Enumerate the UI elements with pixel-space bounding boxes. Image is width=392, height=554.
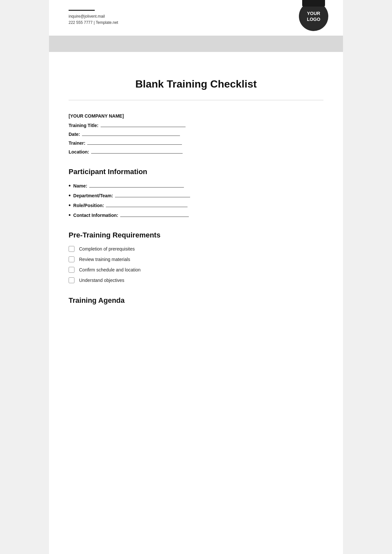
location-field: Location: <box>69 149 323 155</box>
company-name: [YOUR COMPANY NAME] <box>69 113 323 119</box>
checklist-label-1: Completion of prerequisites <box>79 246 135 252</box>
participant-section: Participant Information • Name: • Depart… <box>69 168 323 218</box>
date-underline <box>82 131 180 136</box>
main-title: Blank Training Checklist <box>69 78 323 90</box>
date-label: Date: <box>69 132 80 137</box>
logo-container: YOURLOGO <box>297 0 330 36</box>
date-field: Date: <box>69 131 323 137</box>
role-field: • Role/Position: <box>69 202 323 208</box>
location-label: Location: <box>69 149 89 155</box>
role-underline <box>106 203 188 207</box>
dept-label: Department/Team: <box>73 193 113 198</box>
checkbox-2[interactable] <box>69 256 74 262</box>
bullet-role: • <box>69 202 71 208</box>
bullet-contact: • <box>69 212 71 218</box>
trainer-field: Trainer: <box>69 140 323 146</box>
contact-field: • Contact Information: <box>69 212 323 218</box>
checklist-label-2: Review training materials <box>79 257 130 262</box>
checklist-label-4: Understand objectives <box>79 278 124 283</box>
checklist-item-4: Understand objectives <box>69 277 323 283</box>
training-title-field: Training Title: <box>69 122 323 128</box>
phone-template-text: 222 555 7777 | Template.net <box>69 20 323 26</box>
gray-banner <box>49 36 343 52</box>
dept-underline <box>115 193 190 197</box>
trainer-underline <box>87 140 182 145</box>
info-block: [YOUR COMPANY NAME] Training Title: Date… <box>69 110 323 155</box>
checklist-item-3: Confirm schedule and location <box>69 267 323 273</box>
checkbox-4[interactable] <box>69 277 74 283</box>
name-underline <box>89 183 184 187</box>
participant-heading: Participant Information <box>69 168 323 176</box>
bullet-dept: • <box>69 192 71 198</box>
contact-label: Contact Information: <box>73 213 118 218</box>
header: inquire@jolivent.mail 222 555 7777 | Tem… <box>49 0 343 26</box>
training-title-label: Training Title: <box>69 123 99 128</box>
main-content: Blank Training Checklist [YOUR COMPANY N… <box>49 52 343 305</box>
pretraining-heading: Pre-Training Requirements <box>69 231 323 239</box>
trainer-label: Trainer: <box>69 140 85 146</box>
title-divider <box>69 100 323 100</box>
checkbox-3[interactable] <box>69 267 74 273</box>
email-text: inquire@jolivent.mail <box>69 13 323 20</box>
logo-text: YOURLOGO <box>307 10 320 22</box>
checklist-label-3: Confirm schedule and location <box>79 267 140 272</box>
name-field: • Name: <box>69 183 323 188</box>
header-line <box>69 10 95 11</box>
location-underline <box>91 149 183 154</box>
agenda-heading: Training Agenda <box>69 296 323 305</box>
contact-underline <box>120 212 189 217</box>
checklist-item-1: Completion of prerequisites <box>69 246 323 252</box>
bullet-name: • <box>69 183 71 188</box>
contact-info: inquire@jolivent.mail 222 555 7777 | Tem… <box>69 13 323 26</box>
checkbox-1[interactable] <box>69 246 74 252</box>
document-page: inquire@jolivent.mail 222 555 7777 | Tem… <box>49 0 343 554</box>
name-label: Name: <box>73 183 87 188</box>
agenda-section: Training Agenda <box>69 296 323 305</box>
training-title-underline <box>101 122 186 127</box>
logo-tab <box>302 0 325 7</box>
pretraining-section: Pre-Training Requirements Completion of … <box>69 231 323 283</box>
role-label: Role/Position: <box>73 203 104 208</box>
department-field: • Department/Team: <box>69 192 323 198</box>
checklist-item-2: Review training materials <box>69 256 323 262</box>
